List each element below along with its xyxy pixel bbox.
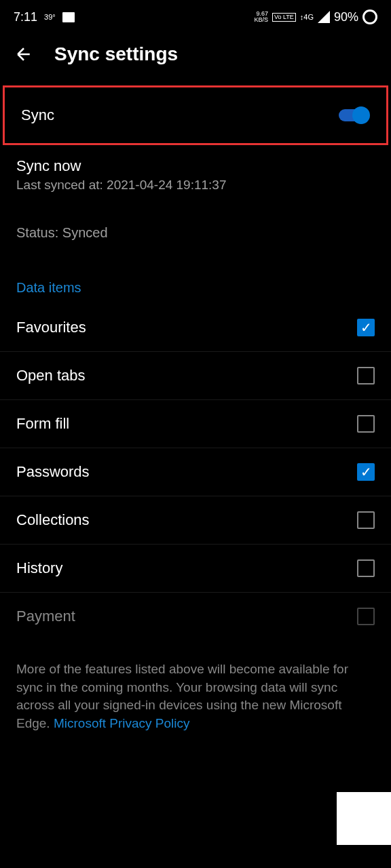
net-type-icon: ↕4G bbox=[300, 13, 314, 21]
data-item-row[interactable]: Collections bbox=[0, 496, 391, 544]
highlight-annotation: Sync bbox=[3, 85, 388, 145]
data-items-header: Data items bbox=[0, 253, 391, 304]
checkmark-icon: ✓ bbox=[360, 465, 372, 479]
data-item-row[interactable]: History bbox=[0, 545, 391, 592]
status-time: 7:11 bbox=[14, 10, 37, 24]
data-item-row[interactable]: Passwords✓ bbox=[0, 448, 391, 496]
sync-toggle-label: Sync bbox=[21, 106, 54, 124]
page-title: Sync settings bbox=[54, 43, 178, 65]
status-temp: 39° bbox=[44, 13, 56, 21]
gallery-icon bbox=[62, 12, 75, 22]
data-item-checkbox[interactable] bbox=[357, 559, 375, 577]
header: Sync settings bbox=[0, 34, 391, 85]
privacy-policy-link[interactable]: Microsoft Privacy Policy bbox=[54, 716, 190, 730]
status-text: Status: Synced bbox=[16, 225, 375, 241]
sync-toggle-row[interactable]: Sync bbox=[5, 87, 386, 143]
sync-now-row[interactable]: Sync now Last synced at: 2021-04-24 19:1… bbox=[0, 145, 391, 198]
data-item-label: Collections bbox=[16, 511, 90, 529]
status-row: Status: Synced bbox=[0, 198, 391, 253]
battery-percent: 90% bbox=[334, 10, 358, 24]
data-item-checkbox[interactable] bbox=[357, 367, 375, 384]
sync-now-subtitle: Last synced at: 2021-04-24 19:11:37 bbox=[16, 178, 375, 193]
data-item-row[interactable]: Open tabs bbox=[0, 352, 391, 399]
data-item-checkbox[interactable]: ✓ bbox=[357, 319, 375, 336]
data-item-label: History bbox=[16, 559, 62, 577]
data-item-checkbox bbox=[357, 608, 375, 625]
back-icon[interactable] bbox=[14, 44, 34, 64]
data-item-label: Open tabs bbox=[16, 367, 86, 384]
network-speed: 9.67 KB/S bbox=[254, 11, 268, 23]
data-item-label: Form fill bbox=[16, 415, 69, 433]
data-item-checkbox[interactable] bbox=[357, 511, 375, 529]
status-bar: 7:11 39° 9.67 KB/S Vo LTE ↕4G 90% bbox=[0, 0, 391, 34]
data-item-checkbox[interactable]: ✓ bbox=[357, 463, 375, 481]
data-item-checkbox[interactable] bbox=[357, 415, 375, 433]
data-item-label: Passwords bbox=[16, 463, 90, 481]
data-item-row: Payment bbox=[0, 593, 391, 640]
battery-circle-icon bbox=[362, 9, 377, 24]
data-item-row[interactable]: Favourites✓ bbox=[0, 304, 391, 351]
data-item-row[interactable]: Form fill bbox=[0, 400, 391, 448]
white-overlay bbox=[337, 792, 391, 845]
data-item-label: Payment bbox=[16, 608, 75, 625]
sync-toggle-switch[interactable] bbox=[336, 106, 370, 124]
footer-text: More of the features listed above will b… bbox=[0, 640, 391, 746]
signal-icon bbox=[318, 11, 330, 23]
volte-icon: Vo LTE bbox=[272, 13, 296, 22]
data-item-label: Favourites bbox=[16, 319, 86, 336]
sync-now-title: Sync now bbox=[16, 157, 375, 175]
checkmark-icon: ✓ bbox=[360, 321, 372, 334]
